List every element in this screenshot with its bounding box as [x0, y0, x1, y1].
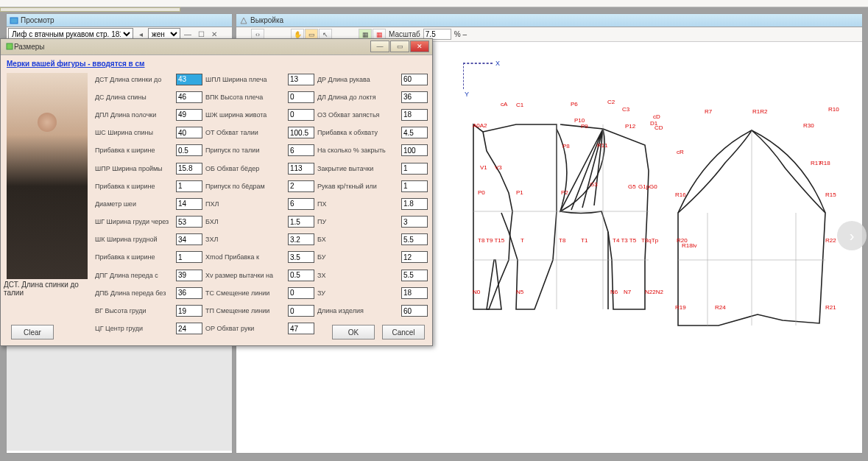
measures-help-link[interactable]: Мерки вашей фигуры - вводятся в см: [7, 60, 145, 68]
pattern-point-label: N0: [473, 289, 480, 295]
measure-input[interactable]: [401, 127, 428, 138]
measure-row: ЦГ Центр груди: [95, 321, 202, 337]
measure-input[interactable]: [288, 216, 314, 228]
measure-input[interactable]: [176, 233, 202, 245]
measure-input[interactable]: [401, 270, 428, 281]
app-toolbar: [0, 0, 868, 7]
next-image-button[interactable]: ›: [837, 221, 867, 250]
measure-input[interactable]: [401, 144, 428, 156]
measure-input[interactable]: [288, 251, 314, 263]
measure-label: ЗХ: [317, 272, 401, 279]
measure-row: ДПБ Длина переда без: [95, 285, 202, 300]
measure-input[interactable]: [288, 91, 314, 103]
measure-input[interactable]: [176, 287, 202, 299]
measure-row: ДПГ Длина переда с: [95, 267, 202, 283]
pattern-point-label: R15: [825, 191, 836, 198]
dialog-icon: [5, 42, 14, 52]
measure-input[interactable]: [288, 233, 314, 245]
measure-row: ЗХ: [317, 267, 428, 283]
measure-col-2: ШПЛ Ширина плечаВПК Высота плечаШЖ ширин…: [205, 71, 314, 337]
measure-input[interactable]: [401, 91, 428, 103]
measure-input[interactable]: [288, 144, 314, 156]
measure-input[interactable]: [176, 323, 202, 334]
measure-input[interactable]: [176, 91, 202, 103]
measure-row: ПХЛ: [205, 196, 314, 211]
measure-input[interactable]: [288, 180, 314, 192]
pattern-point-label: R11: [597, 142, 608, 149]
measure-input[interactable]: [176, 198, 202, 210]
measure-row: ДС Длина спины: [95, 89, 202, 105]
sizes-dialog: Размеры — ▭ ✕ Мерки вашей фигуры - вводя…: [0, 38, 433, 346]
measure-input[interactable]: [176, 163, 202, 175]
measure-input[interactable]: [288, 287, 314, 299]
dialog-close-button[interactable]: ✕: [410, 41, 429, 52]
measure-label: ВГ Высота груди: [95, 307, 176, 314]
measure-input[interactable]: [401, 251, 428, 263]
measure-label: ЗУ: [317, 289, 401, 297]
measure-row: ШС Ширина спины: [95, 125, 202, 141]
measure-input[interactable]: [176, 74, 202, 85]
measure-row: Закрытие вытачки: [317, 161, 428, 176]
measure-label: Припуск по талии: [205, 147, 288, 154]
clear-button[interactable]: Clear: [11, 325, 54, 339]
preview-icon: [10, 16, 18, 25]
ok-button[interactable]: OK: [332, 325, 375, 339]
measure-input[interactable]: [176, 305, 202, 317]
cancel-button[interactable]: Cancel: [382, 325, 425, 339]
measure-input[interactable]: [288, 198, 314, 210]
dialog-titlebar[interactable]: Размеры — ▭ ✕: [1, 39, 432, 55]
measure-input[interactable]: [288, 270, 314, 281]
measure-input[interactable]: [401, 305, 428, 317]
pattern-point-label: P12: [625, 123, 635, 130]
measure-input[interactable]: [176, 270, 202, 281]
dialog-min-button[interactable]: —: [370, 41, 389, 52]
measure-input[interactable]: [176, 127, 202, 138]
measure-input[interactable]: [288, 163, 314, 175]
pattern-point-label: C1: [516, 102, 523, 108]
pattern-point-label: A0A2: [473, 122, 487, 129]
measure-row: ЗХЛ: [205, 232, 314, 247]
pattern-point-label: P8: [562, 143, 570, 149]
measure-input[interactable]: [288, 109, 314, 121]
measure-label: Прибавка к ширине: [95, 147, 176, 154]
measure-input[interactable]: [401, 180, 428, 192]
measure-input[interactable]: [176, 180, 202, 192]
measure-input[interactable]: [288, 127, 314, 138]
pattern-point-label: R21: [825, 304, 836, 311]
measure-label: Xv размер вытачки на: [205, 272, 288, 279]
dialog-max-button[interactable]: ▭: [390, 41, 409, 52]
measure-row: ДСТ Длина спинки до: [95, 71, 202, 87]
measure-input[interactable]: [176, 144, 202, 156]
measure-input[interactable]: [176, 216, 202, 228]
measure-input[interactable]: [401, 109, 428, 121]
measure-input[interactable]: [401, 287, 428, 299]
measure-row: ТП Смещение линии: [205, 303, 314, 318]
measure-input[interactable]: [401, 74, 428, 85]
measure-input[interactable]: [401, 216, 428, 228]
measure-input[interactable]: [288, 305, 314, 317]
measure-label: ЦГ Центр груди: [95, 325, 176, 332]
measure-input[interactable]: [176, 251, 202, 263]
measure-label: Прибавка к ширине: [95, 183, 176, 190]
measure-row: ОБ Обхват бёдер: [205, 161, 314, 176]
measure-row: БХ: [317, 232, 428, 247]
pattern-point-label: P9: [581, 123, 588, 130]
measure-input[interactable]: [401, 163, 428, 175]
measure-input[interactable]: [288, 323, 314, 334]
measure-input[interactable]: [401, 233, 428, 245]
dialog-body: Мерки вашей фигуры - вводятся в см ДСТ. …: [1, 55, 432, 345]
measure-row: ЗУ: [317, 285, 428, 300]
measure-input[interactable]: [176, 109, 202, 121]
measure-label: ОР Обхват руки: [205, 325, 288, 332]
measure-label: ДЛ Длина до локтя: [317, 94, 401, 101]
measure-label: ШЖ ширина живота: [205, 111, 288, 119]
measure-label: ШС Ширина спины: [95, 129, 176, 136]
pattern-point-label: R7: [705, 108, 712, 115]
measure-input[interactable]: [401, 198, 428, 210]
pattern-point-label: T1: [581, 237, 588, 244]
measure-label: ЗХЛ: [205, 236, 288, 243]
measure-input[interactable]: [288, 74, 314, 85]
measure-label: ШПЛ Ширина плеча: [205, 76, 288, 83]
pattern-point-label: R18: [819, 160, 830, 166]
pattern-point-label: T8qTp: [641, 237, 658, 244]
